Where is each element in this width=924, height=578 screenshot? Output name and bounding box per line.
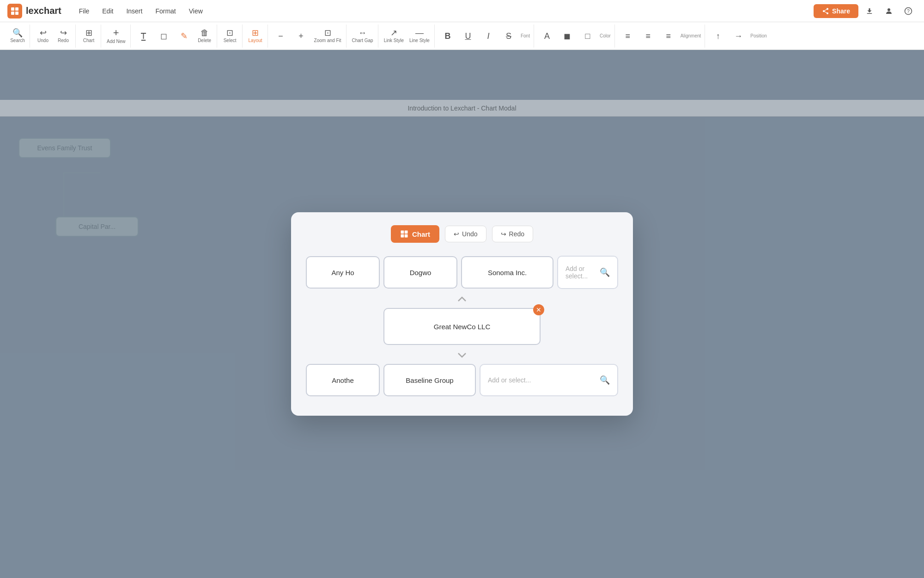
top-add-placeholder: Add or select... [565,265,596,280]
download-button[interactable] [861,3,878,19]
card-dogwo[interactable]: Dogwo [383,256,457,289]
card-great-newco[interactable]: Great NewCo LLC ✕ [383,308,541,345]
logo-text: lexchart [26,6,61,16]
svg-rect-3 [15,12,18,15]
toolbar-select[interactable]: ⊡ Select [220,25,240,48]
toolbar-delete[interactable]: 🗑 Delete [195,25,215,48]
toolbar-edit[interactable]: ✎ [174,25,195,48]
bottom-card-add[interactable]: Add or select... 🔍 [480,364,618,396]
toolbar-zoom-in[interactable]: + [291,25,311,48]
svg-rect-2 [11,12,14,15]
modal-undo-label: Undo [462,230,477,238]
top-search-icon: 🔍 [600,267,610,277]
canvas: Introduction to Lexchart - Chart Modal E… [0,50,924,578]
toolbar-align-left[interactable]: ≡ [618,25,638,48]
menu-edit[interactable]: Edit [96,0,120,22]
modal-undo-button[interactable]: ↩ Undo [445,226,486,242]
modal-overlay: Chart ↩ Undo ↪ Redo Any Ho Dogwo [0,50,924,578]
toolbar-align-right[interactable]: ≡ [658,25,679,48]
top-card-add[interactable]: Add or select... 🔍 [557,256,618,289]
modal-undo-icon: ↩ [454,230,459,238]
toolbar-italic[interactable]: I [478,25,498,48]
card-baseline-group[interactable]: Baseline Group [383,364,476,396]
logo-icon [7,4,22,18]
modal-redo-label: Redo [509,230,524,238]
bottom-add-placeholder: Add or select... [488,376,531,384]
card-dogwo-label: Dogwo [410,269,432,277]
card-anothe[interactable]: Anothe [306,364,380,396]
svg-rect-10 [405,234,408,238]
menu-format[interactable]: Format [149,0,182,22]
menu-view[interactable]: View [182,0,209,22]
svg-rect-8 [405,231,408,234]
toolbar-line-style[interactable]: — Line Style [407,25,432,48]
toolbar-border-color[interactable]: □ [578,25,598,48]
toolbar-zoom-fit[interactable]: ⊡ Zoom and Fit [311,25,344,48]
svg-rect-1 [15,7,18,11]
svg-rect-9 [401,234,404,238]
toolbar-chart[interactable]: ⊞ Chart [79,25,99,48]
app-logo: lexchart [7,4,61,18]
card-baseline-label: Baseline Group [406,376,453,384]
toolbar-text[interactable]: T̲ [134,25,154,48]
modal-redo-button[interactable]: ↪ Redo [492,226,533,242]
svg-rect-7 [401,231,404,234]
menu-file[interactable]: File [73,0,96,22]
chevron-down[interactable] [306,348,618,364]
card-any-ho-label: Any Ho [331,269,354,277]
svg-text:?: ? [907,8,910,13]
toolbar-search[interactable]: 🔍 Search [7,25,28,48]
toolbar-position-up[interactable]: ↑ [708,25,728,48]
toolbar-chart-gap[interactable]: ↔ Chart Gap [349,25,376,48]
menu-insert[interactable]: Insert [120,0,149,22]
chart-modal: Chart ↩ Undo ↪ Redo Any Ho Dogwo [291,212,633,416]
center-card-container: Great NewCo LLC ✕ [306,308,618,345]
modal-redo-icon: ↪ [501,230,506,238]
card-sonoma[interactable]: Sonoma Inc. [461,256,553,289]
toolbar-bold[interactable]: B [438,25,458,48]
toolbar-redo[interactable]: ↪ Redo [53,25,73,48]
svg-point-4 [888,8,890,11]
modal-chart-label: Chart [412,230,430,238]
toolbar-strikethrough[interactable]: S [498,25,519,48]
top-cards-row: Any Ho Dogwo Sonoma Inc. Add or select..… [306,256,618,289]
card-great-newco-label: Great NewCo LLC [434,323,491,331]
toolbar-zoom-out[interactable]: − [271,25,291,48]
chevron-up[interactable] [306,292,618,308]
toolbar-align-center[interactable]: ≡ [638,25,658,48]
toolbar-shape[interactable]: ◻ [154,25,174,48]
remove-great-newco-button[interactable]: ✕ [533,304,544,315]
help-button[interactable]: ? [900,3,917,19]
toolbar-undo[interactable]: ↩ Undo [33,25,53,48]
modal-chart-button[interactable]: Chart [391,225,439,243]
card-any-ho[interactable]: Any Ho [306,256,380,289]
profile-button[interactable] [881,3,897,19]
bottom-search-icon: 🔍 [600,375,610,385]
card-sonoma-label: Sonoma Inc. [488,269,527,277]
bottom-cards-row: Anothe Baseline Group Add or select... 🔍 [306,364,618,396]
toolbar-layout[interactable]: ⊞ Layout [245,25,266,48]
share-button[interactable]: Share [814,4,858,18]
toolbar-underline[interactable]: U [458,25,478,48]
toolbar-link-style[interactable]: ↗ Link Style [381,25,407,48]
card-anothe-label: Anothe [332,376,354,384]
toolbar-highlight[interactable]: ◼ [557,25,578,48]
svg-rect-0 [11,7,14,11]
share-label: Share [832,7,850,15]
toolbar-position-right[interactable]: → [728,25,748,48]
toolbar-font-color[interactable]: A [537,25,557,48]
modal-toolbar: Chart ↩ Undo ↪ Redo [306,225,618,243]
remove-icon: ✕ [536,307,541,313]
toolbar-add-new[interactable]: + Add New [104,25,128,48]
